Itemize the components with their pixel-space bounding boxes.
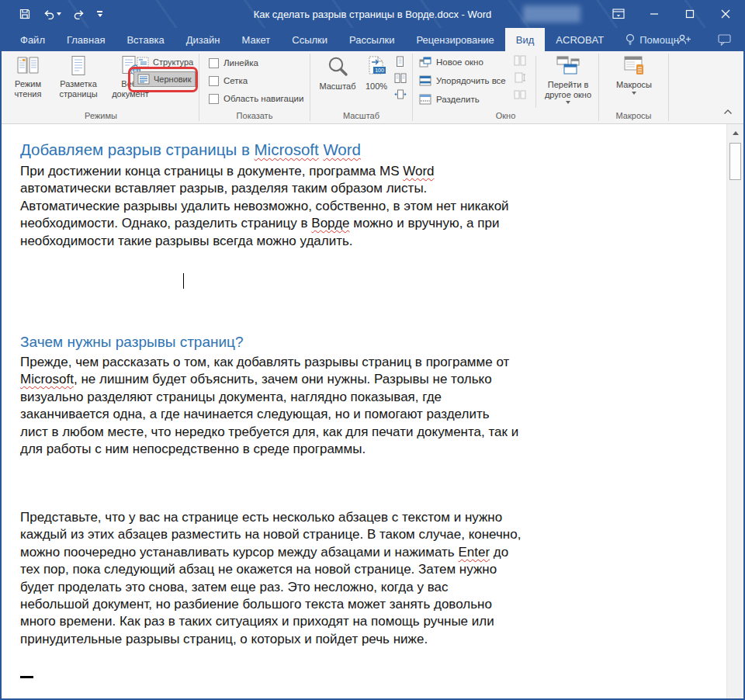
comments-button[interactable]	[718, 34, 731, 46]
scrollbar-up-button[interactable]	[727, 124, 743, 141]
misspelled-word: Microsoft	[20, 372, 74, 386]
tab-acrobat[interactable]: ACROBAT	[545, 28, 615, 51]
macros-button[interactable]: Макросы	[612, 54, 656, 95]
text-run: Зачем нужны разрывы страниц?	[20, 334, 244, 350]
text-run: При достижении конца страницы в документ…	[20, 164, 403, 178]
comment-icon	[718, 34, 731, 46]
misspelled-word: Enter	[458, 545, 490, 560]
macros-caret-icon	[632, 92, 636, 95]
checkbox-gridlines[interactable]: Сетка	[209, 75, 303, 87]
window-group-inner-divider	[535, 56, 536, 108]
text-run: Добавляем разрыв страницы в	[20, 140, 255, 158]
collapse-ribbon-button[interactable]	[723, 109, 733, 115]
checkbox-navigation-pane[interactable]: Область навигации	[209, 92, 303, 105]
ribbon-display-options-button[interactable]	[601, 0, 636, 28]
close-button[interactable]	[708, 0, 743, 28]
print-layout-button[interactable]: Разметка страницы	[50, 54, 107, 99]
sync-scroll-icon	[514, 72, 526, 83]
scrollbar-thumb[interactable]	[729, 143, 741, 180]
tab-insert[interactable]: Вставка	[116, 28, 175, 51]
split-button[interactable]: Разделить	[419, 92, 480, 106]
new-window-icon	[419, 57, 431, 68]
view-side-by-side-button	[514, 55, 526, 66]
undo-button[interactable]	[43, 9, 61, 20]
arrange-all-label: Упорядочить все	[436, 76, 506, 85]
group-macros: Макросы Макросы	[599, 51, 668, 123]
tab-file[interactable]: Файл	[9, 28, 56, 51]
zoom-button[interactable]: Масштаб	[315, 54, 360, 92]
document-paragraph-2: Прежде, чем рассказать о том, как добавл…	[20, 354, 610, 458]
document-heading-1: Добавляем разрыв страницы в Microsoft Wo…	[20, 140, 610, 160]
one-page-button[interactable]	[394, 56, 407, 68]
switch-windows-button[interactable]: Перейти в другое окно	[542, 54, 594, 104]
macros-icon	[622, 55, 646, 77]
tab-layout[interactable]: Макет	[230, 28, 281, 51]
page-break-dash	[20, 676, 33, 678]
undo-icon	[43, 9, 55, 20]
multiple-pages-button[interactable]	[394, 73, 407, 84]
tab-design[interactable]: Дизайн	[175, 28, 231, 51]
draft-view-button[interactable]: Черновик	[133, 71, 196, 87]
text-run: Прежде, чем рассказать о том, как добавл…	[20, 355, 509, 369]
misspelled-word: Ворде	[311, 216, 349, 230]
checkbox-box[interactable]	[209, 58, 219, 68]
redo-button[interactable]	[73, 9, 85, 20]
bar-icon	[97, 11, 102, 12]
tab-help-label: Помощн	[639, 34, 679, 46]
group-show: ЛинейкаСеткаОбласть навигации Показать	[199, 51, 310, 123]
tab-review[interactable]: Рецензирование	[405, 28, 504, 51]
checkbox-label: Линейка	[224, 58, 258, 68]
misspelled-word: Microsoft	[255, 140, 319, 158]
read-mode-button[interactable]: Режим чтения	[6, 54, 50, 99]
redo-icon	[73, 9, 85, 20]
document-paragraph-1: При достижении конца страницы в документ…	[20, 163, 610, 250]
minimize-button[interactable]	[636, 0, 672, 28]
page-width-icon	[394, 89, 407, 99]
group-zoom: Масштаб 100 100%	[310, 51, 412, 123]
share-contact-button[interactable]	[677, 33, 691, 46]
tab-mailings[interactable]: Рассылки	[338, 28, 405, 51]
reset-window-icon	[514, 89, 526, 100]
zoom-100-label: 100%	[366, 81, 387, 92]
outline-view-label: Структура	[153, 57, 193, 67]
title-bar: Как сделать разрыв страницы в Ворде.docx…	[2, 0, 743, 28]
tab-home[interactable]: Главная	[56, 28, 116, 51]
zoom-100-button[interactable]: 100 100%	[360, 54, 393, 92]
caret-down-icon	[98, 14, 102, 17]
new-window-label: Новое окно	[436, 57, 483, 67]
vertical-scrollbar[interactable]	[726, 124, 743, 698]
checkbox-ruler[interactable]: Линейка	[209, 57, 303, 69]
tabrow-right-icons	[677, 28, 743, 51]
document-page[interactable]: Добавляем разрыв страницы в Microsoft Wo…	[2, 124, 743, 698]
text-run: , не лишним будет объяснить, зачем они н…	[20, 372, 518, 456]
arrange-all-button[interactable]: Упорядочить все	[419, 74, 506, 88]
group-views: Режим чтения Разметка страницы Веб- доку…	[3, 51, 199, 123]
undo-caret-icon	[57, 12, 61, 16]
checkbox-label: Сетка	[224, 76, 248, 85]
switch-windows-icon	[555, 55, 581, 77]
new-window-button[interactable]: Новое окно	[419, 55, 483, 69]
checkbox-box[interactable]	[209, 76, 219, 86]
save-button[interactable]	[19, 8, 31, 20]
draft-icon	[137, 74, 150, 85]
zoom-100-icon: 100	[365, 55, 388, 78]
read-mode-label: Режим чтения	[15, 79, 42, 99]
chevron-up-icon	[723, 109, 733, 115]
customize-qat-button[interactable]	[97, 11, 102, 17]
show-checkbox-list: ЛинейкаСеткаОбласть навигации	[209, 57, 303, 105]
arrange-all-icon	[419, 75, 431, 86]
scroll-up-icon	[733, 131, 739, 135]
tab-references[interactable]: Ссылки	[281, 28, 338, 51]
checkbox-box[interactable]	[209, 94, 219, 104]
group-label-window: Окно	[413, 111, 598, 120]
print-layout-icon	[67, 55, 90, 76]
read-mode-icon	[16, 55, 40, 76]
page-width-button[interactable]	[394, 89, 407, 99]
macros-label: Макросы	[616, 80, 652, 90]
redacted-username	[523, 5, 580, 23]
group-label-views: Режимы	[3, 111, 199, 120]
word-window: Как сделать разрыв страницы в Ворде.docx…	[0, 0, 745, 700]
outline-view-button[interactable]: Структура	[133, 55, 196, 69]
tab-view[interactable]: Вид	[505, 28, 546, 51]
maximize-button[interactable]	[672, 0, 708, 28]
